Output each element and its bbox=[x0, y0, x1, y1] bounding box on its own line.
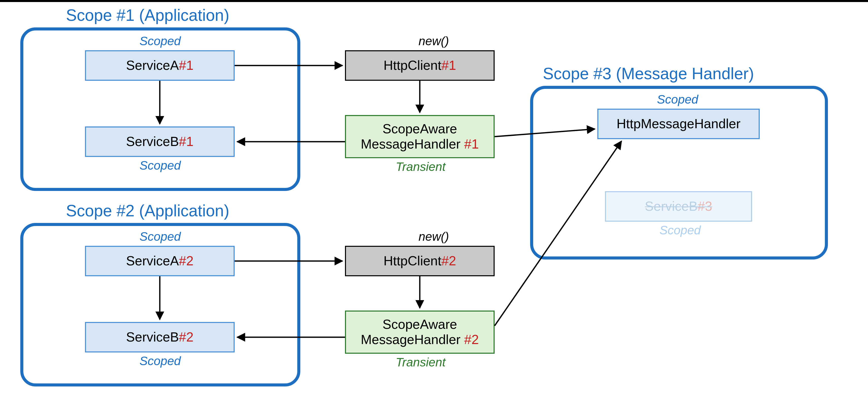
scope2-serviceA-node: ServiceA #2 bbox=[85, 246, 235, 276]
scope2-serviceB-node: ServiceB #2 bbox=[85, 322, 235, 352]
scope1-serviceA-node: ServiceA #1 bbox=[85, 50, 235, 81]
scopeaware1-line2: MessageHandler bbox=[361, 137, 460, 151]
scope1-serviceA-lifetime-label: Scoped bbox=[140, 35, 181, 47]
scopeaware2-lifetime-label: Transient bbox=[396, 356, 446, 369]
scope3-title: Scope #3 (Message Handler) bbox=[543, 65, 754, 82]
scope2-serviceB-inst: #2 bbox=[179, 329, 193, 345]
httpclient2-name: HttpClient bbox=[383, 253, 441, 269]
scope3-handler-name: HttpMessageHandler bbox=[617, 116, 740, 132]
scope1-serviceB-name: ServiceB bbox=[126, 134, 179, 149]
scopeaware1-inst: #1 bbox=[460, 137, 478, 151]
scopeaware2-line1: ScopeAware bbox=[382, 317, 457, 331]
scope3-serviceB-lifetime-label-faded: Scoped bbox=[659, 224, 701, 236]
scope2-serviceA-inst: #2 bbox=[179, 253, 193, 269]
scopeaware1-node: ScopeAware MessageHandler #1 bbox=[345, 115, 495, 158]
scope1-serviceB-lifetime-label: Scoped bbox=[140, 160, 181, 172]
scope2-serviceA-lifetime-label: Scoped bbox=[140, 231, 181, 243]
scopeaware1-lifetime-label: Transient bbox=[396, 161, 446, 173]
httpclient2-node: HttpClient #2 bbox=[345, 246, 495, 276]
scope3-serviceB-node-faded: ServiceB #3 bbox=[605, 191, 752, 222]
diagram-canvas: Scope #1 (Application) Scoped ServiceA #… bbox=[0, 0, 868, 405]
scopeaware2-node: ScopeAware MessageHandler #2 bbox=[345, 311, 495, 354]
httpclient1-name: HttpClient bbox=[383, 58, 441, 73]
scope2-title: Scope #2 (Application) bbox=[66, 203, 229, 219]
httpclient1-new-label: new() bbox=[418, 35, 449, 47]
scope1-serviceA-inst: #1 bbox=[179, 58, 193, 73]
scope1-serviceB-node: ServiceB #1 bbox=[85, 126, 235, 157]
scope3-handler-lifetime-label: Scoped bbox=[657, 93, 698, 106]
httpclient2-new-label: new() bbox=[418, 231, 449, 243]
scope2-serviceB-lifetime-label: Scoped bbox=[140, 355, 181, 367]
httpclient1-inst: #1 bbox=[441, 58, 456, 73]
scopeaware2-line2: MessageHandler bbox=[361, 332, 460, 347]
scope3-serviceB-name: ServiceB bbox=[645, 199, 698, 214]
scope1-serviceA-name: ServiceA bbox=[126, 58, 179, 73]
scope1-serviceB-inst: #1 bbox=[179, 134, 193, 149]
scopeaware1-line1: ScopeAware bbox=[382, 121, 457, 136]
httpclient2-inst: #2 bbox=[441, 253, 456, 269]
scope2-serviceA-name: ServiceA bbox=[126, 253, 179, 269]
scope1-title: Scope #1 (Application) bbox=[66, 7, 229, 23]
scope2-serviceB-name: ServiceB bbox=[126, 329, 179, 345]
httpclient1-node: HttpClient #1 bbox=[345, 50, 495, 81]
scope3-handler-node: HttpMessageHandler bbox=[597, 109, 760, 139]
scope3-serviceB-inst: #3 bbox=[698, 199, 712, 214]
scopeaware2-inst: #2 bbox=[460, 332, 478, 347]
